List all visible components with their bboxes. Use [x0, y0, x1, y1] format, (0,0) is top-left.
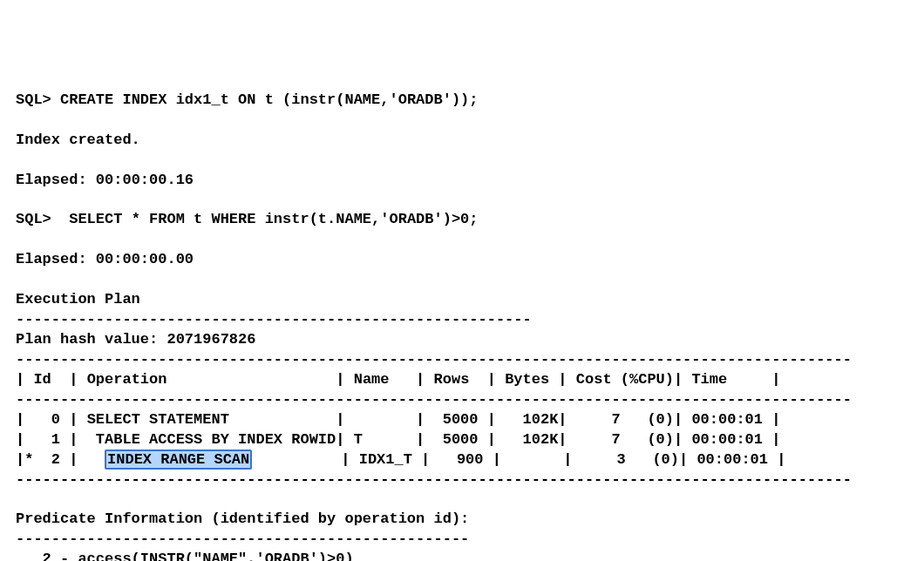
plan-hash: Plan hash value: 2071967826	[16, 331, 255, 348]
select-stmt: SELECT * FROM t WHERE instr(t.NAME,'ORAD…	[60, 211, 478, 227]
execution-plan-label: Execution Plan	[16, 291, 140, 308]
sql-select-line: SQL> SELECT * FROM t WHERE instr(t.NAME,…	[16, 211, 479, 227]
predicate-label: Predicate Information (identified by ope…	[16, 510, 469, 527]
sql-create-line: SQL> CREATE INDEX idx1_t ON t (instr(NAM…	[16, 91, 479, 108]
index-range-scan-highlight: INDEX RANGE SCAN	[105, 449, 252, 470]
sql-prompt: SQL>	[16, 91, 51, 108]
sql-prompt: SQL>	[16, 211, 51, 227]
plan-header: | Id | Operation | Name | Rows | Bytes |…	[16, 371, 780, 388]
plan-row-1: | 1 | TABLE ACCESS BY INDEX ROWID| T | 5…	[16, 431, 780, 448]
elapsed1: Elapsed: 00:00:00.16	[16, 172, 194, 188]
plan-row-2: |* 2 | INDEX RANGE SCAN | IDX1_T | 900 |…	[16, 449, 785, 470]
dash-short: ----------------------------------------…	[16, 311, 532, 328]
predicate-line: 2 - access(INSTR("NAME",'ORADB')>0)	[16, 551, 354, 561]
create-index-stmt: CREATE INDEX idx1_t ON t (instr(NAME,'OR…	[60, 91, 478, 108]
index-created: Index created.	[16, 132, 140, 148]
predicate-dash: ----------------------------------------…	[16, 531, 469, 547]
dash-long-1: ----------------------------------------…	[16, 351, 852, 368]
plan-row-0: | 0 | SELECT STATEMENT | | 5000 | 102K| …	[16, 411, 780, 428]
elapsed2: Elapsed: 00:00:00.00	[16, 251, 194, 267]
dash-long-2: ----------------------------------------…	[16, 391, 852, 408]
dash-long-3: ----------------------------------------…	[16, 471, 852, 488]
